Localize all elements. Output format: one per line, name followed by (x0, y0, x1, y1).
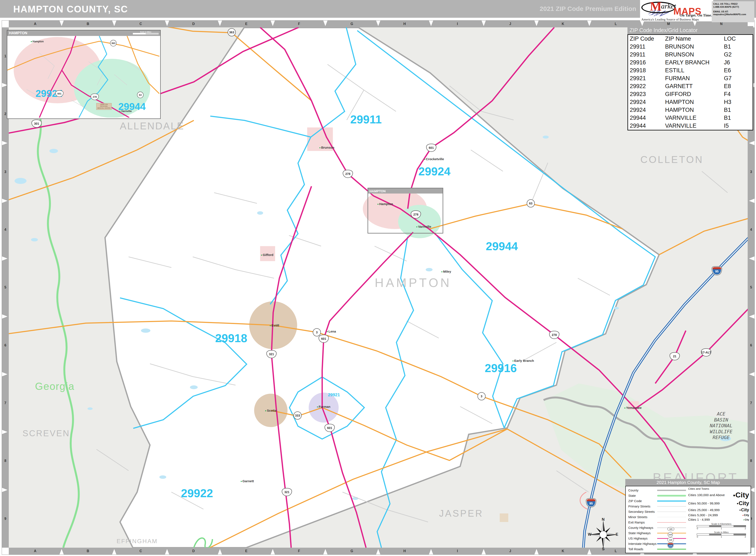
zip-index-cell: E6 (724, 67, 753, 74)
zip-index-row: 29916EARLY BRANCHJ6 (628, 59, 753, 67)
grid-cell-7: 7 (748, 374, 755, 432)
legend-badge: 123 (668, 543, 674, 548)
zip-index-cell: VARNVILLE (665, 115, 724, 121)
legend-body: CountyStateZIP CodePrimary StreetsSecond… (625, 486, 751, 553)
grid-cell-H: H (378, 21, 431, 27)
grid-cell-I: I (431, 21, 484, 27)
grid-cell-C: C (114, 548, 167, 555)
logo-m: M (650, 0, 662, 13)
legend-item-county: County (628, 488, 686, 493)
grid-cell-B: B (62, 548, 114, 555)
grid-cell-K: K (537, 21, 589, 27)
grid-cell-3: 3 (2, 143, 9, 201)
zip-index-cell: HAMPTON (665, 107, 724, 113)
grid-cell-E: E (220, 21, 273, 27)
marketmaps-logo: M arket MAPS On Target. On Time. America… (640, 0, 713, 22)
zip-index-title: ZIP Code Index/Grid Locator (627, 26, 753, 34)
grid-cell-F: F (273, 21, 325, 27)
grid-cell-6: 6 (748, 316, 755, 374)
zip-index-cell: 29924 (630, 99, 665, 105)
edition-label: 2021 ZIP Code Premium Edition (540, 5, 636, 12)
zip-index-cell: EARLY BRANCH (665, 59, 724, 66)
inset-town: Hampton (31, 40, 44, 43)
legend-item-minor: Minor Streets (628, 514, 686, 520)
zip-index-cell: HAMPTON (665, 99, 724, 105)
contact-call: CALL US TOLL FREE! (713, 3, 753, 6)
legend-road-items: CountyStateZIP CodePrimary StreetsSecond… (628, 488, 686, 552)
map-page: HAMPTON COUNTY, SC 2021 ZIP Code Premium… (0, 0, 756, 556)
legend-badge: 123 (667, 527, 674, 531)
zip-index-table: ZIP Code Index/Grid Locator ZIP CodeZIP … (627, 26, 753, 131)
zip-index-cell: E8 (724, 83, 753, 90)
grid-cell-D: D (167, 548, 220, 555)
zip-index-cell: B1 (724, 107, 753, 113)
inset-scale-bar: Scale in Miles (133, 31, 159, 34)
zip-index-row: 29924HAMPTONH3 (628, 98, 753, 106)
contact-phone: 1-888-434-MAPS (6277) (713, 6, 753, 8)
state-line-river (34, 58, 79, 548)
inset-body: 2992429944HamptonVarnville60127863363HAM… (7, 36, 159, 117)
zip-index-header: ZIP CodeZIP NameLOC (628, 35, 753, 43)
grid-cell-G: G (325, 548, 378, 555)
inset-shield-278: 278 (91, 94, 99, 100)
zip-index-row: 29911BRUNSONB1 (628, 43, 753, 51)
grid-cell-6: 6 (2, 316, 9, 374)
legend-item-county-hw: County Highways123 (628, 525, 686, 530)
zip-index-row: 29944VARNVILLEB1 (628, 114, 753, 122)
legend-city-item: Cities 5,000 - 24,999City (688, 513, 749, 517)
inset-extent-title: HAMPTON (368, 188, 443, 194)
logo-subtitle: America's Leading Source of Business Map… (641, 18, 712, 22)
legend-item-state-line: State (628, 493, 686, 498)
legend-city-item: Cities 100,000 and AboveCity (688, 491, 749, 499)
zip-index-cell: ESTILL (665, 67, 724, 74)
zip-index-cell: BRUNSON (665, 51, 724, 58)
legend: 2021 Hampton County, SC Map CountyStateZ… (625, 479, 751, 553)
inset-map: HAMPTON Scale in Miles 29 (7, 30, 161, 119)
grid-cell-A: A (9, 21, 62, 27)
grid-cell-I: I (431, 548, 484, 555)
grid-cell-G: G (325, 21, 378, 27)
zip-index-cell: FURMAN (665, 75, 724, 82)
inset-town: Varnville (119, 110, 132, 113)
zip-index-cell: H3 (724, 99, 753, 105)
inset-shield-363: 363 (110, 40, 116, 46)
zip-index-row: 29922GARNETTE8 (628, 82, 753, 90)
zip-index-cell: 29921 (630, 75, 665, 82)
legend-item-primary: Primary Streets (628, 503, 686, 509)
grid-cell-5: 5 (748, 258, 755, 316)
compass-s: S (602, 547, 605, 551)
legend-scale: Scale in Miles012 (697, 531, 746, 538)
inset-title: HAMPTON (9, 31, 27, 35)
zip-index-cell: 29918 (630, 67, 665, 74)
zip-index-cell: 29923 (630, 91, 665, 98)
zip-index-cell: B1 (724, 115, 753, 121)
grid-cell-4: 4 (2, 201, 9, 258)
zip-index-cell: B1 (724, 43, 753, 50)
inset-title-bar: HAMPTON Scale in Miles (7, 30, 160, 36)
grid-cell-5: 5 (2, 258, 9, 316)
zip-index-cell: 29911 (630, 51, 665, 58)
legend-item-toll: Toll Roads (628, 546, 686, 552)
grid-cell-7: 7 (2, 374, 9, 432)
zip-index-cell: G2 (724, 51, 753, 58)
inset-shield-63: 63 (137, 92, 143, 98)
zip-index-body: ZIP CodeZIP NameLOC29911BRUNSONB129911BR… (627, 34, 753, 131)
legend-scale: Scale in Kilometers012 (697, 523, 746, 530)
grid-cell-C: C (114, 21, 167, 27)
grid-cell-4: 4 (748, 201, 755, 258)
grid-cell-H: H (378, 548, 431, 555)
zip-index-cell: I5 (724, 123, 753, 129)
zip-index-cell: 29924 (630, 107, 665, 113)
grid-cell-8: 8 (2, 432, 9, 490)
contact-email-label: EMAIL US AT: (713, 10, 753, 13)
grid-cell-F: F (273, 548, 325, 555)
zip-index-cell: G7 (724, 75, 753, 82)
legend-item-state-hw: State Highways123 (628, 530, 686, 536)
zip-index-cell: VARNVILLE (665, 123, 724, 129)
legend-item-zip: ZIP Code (628, 498, 686, 503)
legend-cities-title: Cities and Towns (688, 487, 749, 490)
inset-scale-label: Scale in Miles (133, 31, 159, 33)
compass-n: N (602, 517, 605, 522)
zip-index-cell: BRUNSON (665, 43, 724, 50)
zip-index-cell: J6 (724, 59, 753, 66)
